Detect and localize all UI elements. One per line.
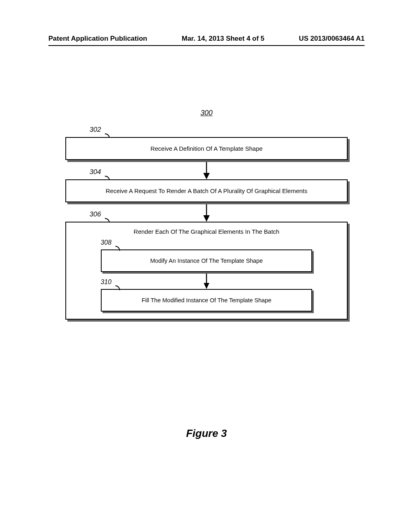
step-306-wrapper: 306 Render Each Of The Graphical Element… (65, 222, 348, 320)
figure-caption: Figure 3 (0, 427, 413, 440)
substep-308-box: Modify An Instance Of The Template Shape (101, 249, 313, 272)
substep-310-box: Fill The Modified Instance Of The Templa… (101, 289, 313, 312)
step-302-text: Receive A Definition Of A Template Shape (150, 145, 263, 152)
ref-hook-icon (115, 245, 126, 251)
svg-marker-1 (203, 173, 210, 179)
ref-306: 306 (90, 210, 101, 218)
step-302-box: Receive A Definition Of A Template Shape (65, 137, 348, 160)
svg-marker-5 (204, 283, 209, 289)
substep-308-wrapper: 308 Modify An Instance Of The Template S… (101, 249, 313, 272)
substeps-group: 308 Modify An Instance Of The Template S… (74, 249, 339, 312)
step-302-wrapper: 302 Receive A Definition Of A Template S… (65, 137, 348, 160)
substep-310-wrapper: 310 Fill The Modified Instance Of The Te… (101, 289, 313, 312)
flowchart-ref-number: 300 (200, 109, 213, 117)
ref-304: 304 (90, 168, 101, 176)
substep-310-text: Fill The Modified Instance Of The Templa… (142, 297, 271, 303)
header-left: Patent Application Publication (48, 35, 147, 43)
ref-310: 310 (101, 278, 112, 286)
ref-hook-icon (115, 285, 126, 291)
step-304-text: Receive A Request To Render A Batch Of A… (106, 187, 307, 194)
header-right: US 2013/0063464 A1 (299, 35, 365, 43)
substep-308-text: Modify An Instance Of The Template Shape (150, 258, 263, 264)
arrow-down-icon (202, 160, 211, 179)
arrow-down-icon (202, 202, 211, 222)
step-304-wrapper: 304 Receive A Request To Render A Batch … (65, 179, 348, 202)
page-header: Patent Application Publication Mar. 14, … (48, 35, 365, 43)
header-rule (48, 45, 365, 46)
patent-page: Patent Application Publication Mar. 14, … (0, 0, 413, 532)
arrow-down-icon (203, 272, 210, 289)
header-center: Mar. 14, 2013 Sheet 4 of 5 (182, 35, 265, 43)
step-304-box: Receive A Request To Render A Batch Of A… (65, 179, 348, 202)
ref-308: 308 (101, 239, 112, 246)
svg-marker-3 (203, 215, 210, 222)
step-306-text: Render Each Of The Graphical Elements In… (133, 228, 279, 235)
flowchart-300: 300 302 Receive A Definition Of A Templa… (65, 113, 348, 320)
step-306-box: Render Each Of The Graphical Elements In… (65, 222, 348, 320)
ref-302: 302 (90, 126, 101, 134)
